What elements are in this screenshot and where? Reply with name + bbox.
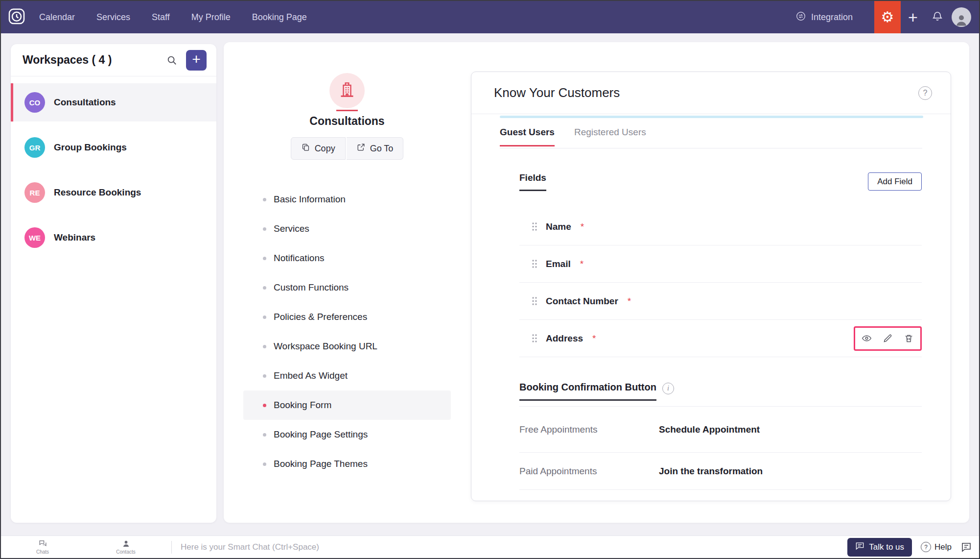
workspace-avatar: WE bbox=[24, 227, 45, 248]
required-marker: * bbox=[628, 296, 631, 307]
menu-label: Custom Functions bbox=[274, 282, 349, 293]
field-label: Name bbox=[546, 221, 571, 232]
workspace-item-webinars[interactable]: WE Webinars bbox=[11, 219, 216, 257]
nav-services[interactable]: Services bbox=[96, 12, 130, 23]
delete-trash-icon[interactable] bbox=[904, 333, 914, 343]
confirmation-row-paid: Paid Appointments Join the transformatio… bbox=[519, 453, 922, 490]
tab-guest-users[interactable]: Guest Users bbox=[500, 127, 555, 146]
quick-add-button[interactable] bbox=[901, 1, 925, 33]
drag-handle-icon[interactable] bbox=[532, 334, 537, 343]
scroll-highlight-bar bbox=[500, 116, 923, 118]
workspace-label: Webinars bbox=[54, 232, 95, 243]
field-row-email: Email * bbox=[519, 245, 922, 283]
workspace-detail-card: Consultations Copy bbox=[224, 42, 969, 523]
bell-icon bbox=[932, 10, 943, 24]
fields-title: Fields bbox=[519, 172, 546, 191]
workspaces-title: Workspaces ( 4 ) bbox=[23, 53, 112, 67]
app-window: Calendar Services Staff My Profile Booki… bbox=[0, 0, 980, 559]
info-circle-icon[interactable] bbox=[662, 383, 674, 394]
menu-label: Embed As Widget bbox=[274, 370, 348, 381]
bullet-icon bbox=[263, 462, 266, 466]
workspace-avatar: CO bbox=[24, 92, 45, 113]
drag-handle-icon[interactable] bbox=[532, 259, 537, 268]
confirmation-section-header: Booking Confirmation Button bbox=[519, 382, 922, 407]
tab-registered-users[interactable]: Registered Users bbox=[574, 127, 646, 146]
bullet-icon bbox=[263, 198, 266, 201]
confirmation-value[interactable]: Join the transformation bbox=[659, 466, 763, 477]
menu-item-booking-page-settings[interactable]: Booking Page Settings bbox=[243, 420, 451, 449]
help-circle-icon[interactable] bbox=[918, 86, 932, 100]
go-to-button[interactable]: Go To bbox=[347, 137, 404, 160]
help-button[interactable]: Help bbox=[921, 542, 952, 552]
question-circle-icon bbox=[921, 542, 931, 552]
fields-list: Name * Email * Contact Num bbox=[519, 208, 922, 357]
notifications-button[interactable] bbox=[925, 1, 950, 33]
nav-my-profile[interactable]: My Profile bbox=[191, 12, 231, 23]
menu-item-basic-information[interactable]: Basic Information bbox=[243, 185, 451, 214]
chats-dock-button[interactable]: Chats bbox=[16, 539, 70, 555]
nav-staff[interactable]: Staff bbox=[152, 12, 170, 23]
confirmation-value[interactable]: Schedule Appointment bbox=[659, 424, 760, 435]
copy-label: Copy bbox=[315, 144, 335, 154]
chat-bubbles-icon bbox=[39, 539, 47, 549]
menu-item-embed-as-widget[interactable]: Embed As Widget bbox=[243, 361, 451, 390]
app-logo[interactable] bbox=[1, 1, 32, 33]
plus-icon bbox=[192, 53, 201, 67]
building-icon bbox=[337, 80, 357, 101]
menu-label: Basic Information bbox=[274, 194, 346, 205]
settings-button[interactable] bbox=[874, 1, 901, 33]
workspaces-list: CO Consultations GR Group Bookings RE Re… bbox=[11, 76, 216, 257]
contacts-label: Contacts bbox=[116, 549, 135, 555]
user-avatar[interactable] bbox=[952, 7, 971, 27]
workspace-item-group-bookings[interactable]: GR Group Bookings bbox=[11, 128, 216, 167]
field-label: Email bbox=[546, 259, 571, 269]
menu-item-booking-page-themes[interactable]: Booking Page Themes bbox=[243, 449, 451, 479]
feedback-bubble-icon[interactable] bbox=[960, 541, 972, 553]
confirmation-label: Paid Appointments bbox=[519, 466, 659, 477]
workspace-avatar: RE bbox=[24, 182, 45, 203]
workspace-label: Group Bookings bbox=[54, 142, 127, 153]
kyc-title: Know Your Customers bbox=[494, 85, 620, 100]
menu-item-workspace-booking-url[interactable]: Workspace Booking URL bbox=[243, 332, 451, 361]
menu-item-custom-functions[interactable]: Custom Functions bbox=[243, 273, 451, 302]
tabs-divider bbox=[500, 148, 922, 148]
edit-pencil-icon[interactable] bbox=[883, 333, 893, 343]
workspace-icon-underline bbox=[336, 110, 358, 111]
integration-button[interactable]: Integration bbox=[795, 11, 853, 24]
nav-booking-page[interactable]: Booking Page bbox=[252, 12, 307, 23]
confirmation-title: Booking Confirmation Button bbox=[519, 382, 656, 401]
field-label: Address bbox=[546, 333, 583, 344]
menu-item-booking-form[interactable]: Booking Form bbox=[243, 390, 451, 420]
required-marker: * bbox=[592, 333, 596, 344]
workspace-item-consultations[interactable]: CO Consultations bbox=[11, 83, 216, 122]
contacts-dock-button[interactable]: Contacts bbox=[89, 539, 163, 555]
confirmation-row-free: Free Appointments Schedule Appointment bbox=[519, 407, 922, 453]
drag-handle-icon[interactable] bbox=[532, 222, 537, 231]
eye-icon[interactable] bbox=[862, 333, 872, 343]
help-label: Help bbox=[934, 542, 952, 552]
gear-icon bbox=[881, 10, 894, 24]
menu-item-notifications[interactable]: Notifications bbox=[243, 243, 451, 273]
nav-calendar[interactable]: Calendar bbox=[39, 12, 75, 23]
required-marker: * bbox=[581, 221, 584, 232]
add-field-button[interactable]: Add Field bbox=[868, 172, 922, 191]
fields-section-header: Fields Add Field bbox=[519, 172, 922, 191]
workspace-item-resource-bookings[interactable]: RE Resource Bookings bbox=[11, 173, 216, 212]
smart-chat-input[interactable]: Here is your Smart Chat (Ctrl+Space) bbox=[181, 542, 847, 552]
field-row-contact-number: Contact Number * bbox=[519, 283, 922, 320]
bullet-icon bbox=[263, 286, 266, 290]
bullet-icon bbox=[263, 374, 266, 378]
field-row-name: Name * bbox=[519, 208, 922, 245]
menu-item-services[interactable]: Services bbox=[243, 214, 451, 243]
talk-to-us-button[interactable]: Talk to us bbox=[847, 538, 912, 557]
copy-button[interactable]: Copy bbox=[291, 137, 346, 160]
search-icon[interactable] bbox=[166, 55, 177, 66]
menu-label: Policies & Preferences bbox=[274, 312, 367, 322]
main-region: Workspaces ( 4 ) CO Consultations bbox=[1, 33, 979, 535]
workspace-actions: Copy Go To bbox=[243, 137, 451, 160]
menu-item-policies-preferences[interactable]: Policies & Preferences bbox=[243, 302, 451, 332]
add-workspace-button[interactable] bbox=[186, 50, 207, 71]
go-to-label: Go To bbox=[370, 144, 394, 154]
drag-handle-icon[interactable] bbox=[532, 296, 537, 306]
workspaces-panel: Workspaces ( 4 ) CO Consultations bbox=[11, 44, 216, 523]
